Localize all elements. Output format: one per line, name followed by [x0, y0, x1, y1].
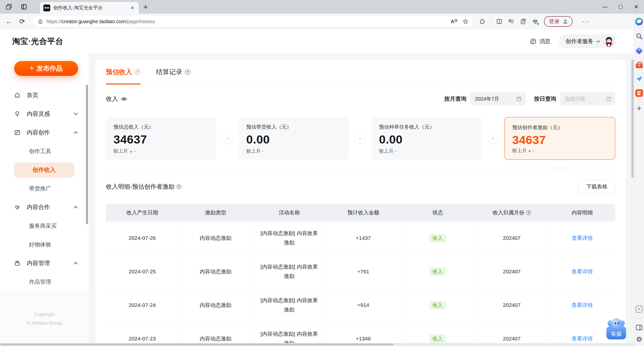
tab-favicon-icon: 光合 [43, 5, 50, 11]
help-icon[interactable]: ? [135, 69, 140, 75]
address-bar[interactable]: https://creator.guanghe.taobao.com/page/… [32, 16, 473, 27]
sidebar-scrollbar[interactable] [86, 85, 88, 224]
sidebar-toggle-icon[interactable] [636, 325, 642, 330]
new-tab-button[interactable]: + [143, 3, 148, 12]
cell-date: 2024-07-25 [106, 255, 179, 288]
cell-amount: +1437 [326, 221, 401, 255]
toolbox-icon[interactable] [636, 64, 643, 68]
help-icon[interactable]: ? [526, 210, 531, 215]
collections-icon[interactable] [520, 18, 526, 25]
cell-detail: 查看详情 [549, 322, 615, 346]
extensions-icon[interactable] [479, 18, 485, 25]
col-header: 激励类型 [179, 204, 253, 221]
download-table-button[interactable]: 下载表格 [578, 180, 615, 194]
eye-icon[interactable] [121, 96, 127, 102]
login-button[interactable]: 登录 [544, 16, 573, 27]
close-button[interactable]: × [628, 0, 644, 14]
sidebar-item-home[interactable]: 首页 [0, 86, 89, 105]
settings-icon[interactable]: ⚙ [636, 336, 642, 343]
sidebar-item-creation-income[interactable]: 创作收入 [0, 161, 89, 179]
page-vertical-scrollbar[interactable] [631, 60, 634, 178]
day-picker[interactable]: 选择日期 [560, 92, 615, 105]
income-table: 收入产生日期 激励类型 活动名称 预计收入金额 状态 收入归属月份? 内容明细 … [106, 204, 615, 346]
stat-card-total-income[interactable]: 预估总收入（元） 34637 较上月▲- [106, 117, 216, 160]
publish-work-button[interactable]: + 发布作品 [14, 61, 78, 76]
view-detail-link[interactable]: 查看详情 [572, 234, 593, 243]
table-header-row: 收入产生日期 激励类型 活动名称 预计收入金额 状态 收入归属月份? 内容明细 [106, 204, 615, 221]
more-options-button[interactable]: ··· [582, 18, 590, 25]
toolbar-divider [490, 18, 491, 25]
favorites-bar-icon[interactable] [508, 18, 515, 25]
cell-amount: +914 [326, 289, 401, 322]
col-header: 状态 [401, 204, 475, 221]
tab-close-icon[interactable]: × [130, 4, 135, 11]
sidebar-item-cooperation[interactable]: 内容合作 [0, 198, 89, 217]
month-picker[interactable]: 2024年7月 [471, 92, 525, 105]
workspaces-icon[interactable] [3, 2, 15, 12]
sidebar-item-commerce-promo[interactable]: 带货推广 [0, 179, 89, 198]
cell-status: 收入 [401, 289, 475, 322]
cell-month: 202407 [475, 322, 549, 346]
favorite-star-icon[interactable] [462, 18, 469, 24]
url-text: https://creator.guanghe.taobao.com/page/… [46, 19, 451, 24]
chevron-down-icon [74, 111, 78, 115]
sidebar-item-creation-tools[interactable]: 创作工具 [0, 142, 89, 161]
chevron-down-icon [596, 39, 600, 43]
cell-status: 收入 [401, 255, 475, 288]
browser-tab[interactable]: 光合 创作收入-淘宝光合平台 × [40, 2, 139, 14]
sidebar-item-creation[interactable]: 内容创作 [0, 123, 89, 142]
paper-plane-icon[interactable] [636, 75, 643, 82]
qq-avatar[interactable] [603, 36, 615, 47]
web-page: 淘宝·光合平台 消息 创作者服务 [0, 29, 634, 346]
help-icon[interactable]: ? [185, 69, 191, 75]
shopping-icon[interactable] [635, 47, 643, 55]
sidebar-item-service-purchase[interactable]: 服务商采买 [0, 217, 89, 235]
tab-settlement-records[interactable]: 结算记录? [156, 60, 191, 84]
browser-essentials-icon[interactable] [532, 18, 539, 25]
back-button[interactable]: ← [3, 18, 16, 25]
tab-actions-icon[interactable] [18, 2, 30, 12]
status-badge: 收入 [429, 334, 446, 343]
copilot-icon[interactable] [635, 18, 643, 25]
search-icon[interactable] [635, 33, 643, 40]
home-icon [14, 92, 21, 99]
page-horizontal-scrollbar[interactable] [0, 343, 634, 346]
cell-activity: [内容动态激励] 内容效果激励 [253, 289, 326, 322]
site-logo[interactable]: 淘宝·光合平台 [12, 36, 63, 47]
detail-section-title: 收入明细-预估创作者激励? [106, 183, 181, 191]
sidebar-item-inspiration[interactable]: 内容灵感 [0, 105, 89, 123]
cell-month: 202407 [475, 221, 549, 255]
help-icon[interactable]: ? [177, 184, 181, 189]
creator-service-dropdown[interactable]: 创作者服务 [559, 34, 616, 48]
equals-operator: = [222, 133, 233, 144]
kuaishou-icon[interactable] [635, 89, 643, 97]
view-detail-link[interactable]: 查看详情 [572, 267, 593, 276]
profile-icon [562, 18, 569, 25]
tab-title: 创作收入-淘宝光合平台 [53, 5, 127, 11]
income-panel: 预估收入? 结算记录? 收入 [95, 60, 626, 346]
edit-icon [14, 129, 21, 136]
view-detail-link[interactable]: 查看详情 [572, 301, 593, 310]
cell-detail: 查看详情 [549, 221, 615, 255]
sidebar-item-management[interactable]: 内容管理 [0, 254, 89, 273]
tab-estimated-income[interactable]: 预估收入? [106, 60, 140, 84]
refresh-button[interactable]: ⟳ [16, 17, 29, 25]
cell-amount: +761 [326, 255, 401, 288]
sidebar-item-work-management[interactable]: 作品管理 [0, 273, 89, 291]
stat-card-commerce-income[interactable]: 预估带货收入（元） 0.00 较上月 - [239, 117, 349, 160]
read-aloud-icon[interactable]: A))) [451, 18, 457, 24]
table-row: 2024-07-25 内容动态激励 [内容动态激励] 内容效果激励 +761 收… [106, 255, 615, 289]
maximize-button[interactable] [613, 0, 628, 14]
customer-service-button[interactable]: 客服 [606, 318, 627, 339]
screenshot-icon[interactable]: ✂ [636, 306, 642, 312]
stat-card-creator-incentive[interactable]: 预估创作者激励（元） 34637 较上月▲- [504, 117, 616, 160]
message-button[interactable]: 消息 [530, 38, 550, 45]
add-sidebar-item-icon[interactable]: + [637, 104, 642, 112]
cell-status: 收入 [401, 221, 475, 255]
view-detail-link[interactable]: 查看详情 [572, 334, 593, 343]
minimize-button[interactable]: — [597, 0, 613, 14]
stat-card-seeding-income[interactable]: 预估种草任务收入（元） 0.00 较上月 - [371, 117, 482, 160]
split-screen-icon[interactable] [496, 18, 503, 25]
sidebar-item-product-trial[interactable]: 好物体验 [0, 235, 89, 254]
browser-titlebar: 光合 创作收入-淘宝光合平台 × + — × [0, 0, 644, 14]
